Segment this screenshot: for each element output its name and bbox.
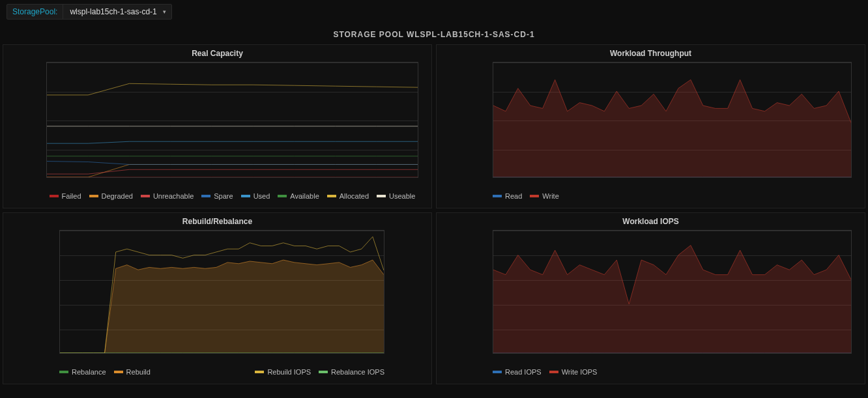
legend-label: Spare <box>214 192 233 200</box>
legend-item[interactable]: Rebuild IOPS <box>255 368 311 376</box>
legend-item[interactable]: Write <box>530 192 558 200</box>
legend-label: Rebuild IOPS <box>267 368 311 376</box>
legend-swatch <box>50 195 59 197</box>
panel-title: Rebuild/Rebalance <box>3 213 431 227</box>
legend-label: Available <box>290 192 319 200</box>
plot-area[interactable]: 0 Bps1.0 MBps2.0 MBps3.0 MBps4.0 MBps21:… <box>493 62 852 178</box>
legend-label: Rebalance <box>72 368 106 376</box>
legend-item[interactable]: Rebalance <box>59 368 106 376</box>
legend-label: Useable <box>389 192 415 200</box>
legend-label: Degraded <box>102 192 133 200</box>
legend-item[interactable]: Unreachable <box>141 192 194 200</box>
legend-item[interactable]: Spare <box>201 192 233 200</box>
legend-item[interactable]: Read <box>493 192 522 200</box>
svg-marker-0 <box>493 79 851 177</box>
legend-label: Allocated <box>340 192 369 200</box>
legend-swatch <box>319 371 328 373</box>
legend-swatch <box>493 371 502 373</box>
legend-item[interactable]: Read IOPS <box>493 368 542 376</box>
legend-item[interactable]: Write IOPS <box>549 368 598 376</box>
legend-label: Used <box>253 192 270 200</box>
legend-swatch <box>530 195 539 197</box>
plot-area[interactable]: 0 B5 TiB9 TiB14 TiB18 TiB21:5221:5421:56… <box>46 62 418 178</box>
page-title: STORAGE POOL WLSPL-LAB15CH-1-SAS-CD-1 <box>0 30 868 39</box>
legend: ReadWrite <box>437 192 865 200</box>
legend-item[interactable]: Rebalance IOPS <box>319 368 384 376</box>
storagepool-selector[interactable]: StoragePool: wlspl-lab15ch-1-sas-cd-1 ▾ <box>7 4 172 20</box>
legend-swatch <box>327 195 336 197</box>
legend: Read IOPSWrite IOPS <box>437 368 865 376</box>
selector-value: wlspl-lab15ch-1-sas-cd-1 ▾ <box>63 5 171 19</box>
panel-title: Real Capacity <box>3 45 431 59</box>
legend-swatch <box>549 371 558 373</box>
legend: RebalanceRebuildRebuild IOPSRebalance IO… <box>3 368 431 376</box>
caret-down-icon: ▾ <box>163 8 166 15</box>
legend-swatch <box>241 195 250 197</box>
legend-item[interactable]: Available <box>278 192 319 200</box>
legend-swatch <box>377 195 386 197</box>
svg-marker-3 <box>493 246 851 353</box>
panel-rebuild-rebalance: Rebuild/Rebalance0 Bps200 MBps400 MBps60… <box>3 212 432 384</box>
legend-item[interactable]: Useable <box>377 192 415 200</box>
legend-item[interactable]: Allocated <box>327 192 369 200</box>
panel-title: Workload Throughput <box>437 45 865 59</box>
legend-label: Rebalance IOPS <box>331 368 384 376</box>
legend-item[interactable]: Used <box>241 192 270 200</box>
legend: FailedDegradedUnreachableSpareUsedAvaila… <box>3 192 431 200</box>
legend-label: Write <box>542 192 558 200</box>
legend-label: Rebuild <box>126 368 151 376</box>
legend-item[interactable]: Rebuild <box>114 368 151 376</box>
panel-workload-throughput: Workload Throughput0 Bps1.0 MBps2.0 MBps… <box>436 44 865 208</box>
selector-label: StoragePool: <box>7 5 63 19</box>
legend-swatch <box>89 195 98 197</box>
chart-grid: Real Capacity0 B5 TiB9 TiB14 TiB18 TiB21… <box>0 44 868 384</box>
panel-workload-iops: Workload IOPS0 iops2.5 iops5.0 iops7.5 i… <box>436 212 865 384</box>
legend-label: Read IOPS <box>505 368 542 376</box>
legend-item[interactable]: Degraded <box>89 192 133 200</box>
legend-swatch <box>255 371 264 373</box>
plot-area[interactable]: 0 iops2.5 iops5.0 iops7.5 iops10.0 iops1… <box>493 230 852 354</box>
legend-swatch <box>141 195 150 197</box>
legend-swatch <box>59 371 68 373</box>
legend-label: Read <box>505 192 522 200</box>
legend-swatch <box>493 195 502 197</box>
legend-swatch <box>114 371 123 373</box>
panel-title: Workload IOPS <box>437 213 865 227</box>
legend-label: Unreachable <box>153 192 194 200</box>
legend-item[interactable]: Failed <box>50 192 81 200</box>
plot-area[interactable]: 0 Bps200 MBps400 MBps600 MBps800 MBps1.0… <box>59 230 384 354</box>
legend-swatch <box>201 195 210 197</box>
svg-marker-2 <box>60 260 384 353</box>
legend-swatch <box>278 195 287 197</box>
legend-label: Write IOPS <box>562 368 598 376</box>
legend-label: Failed <box>62 192 81 200</box>
panel-real-capacity: Real Capacity0 B5 TiB9 TiB14 TiB18 TiB21… <box>3 44 432 208</box>
